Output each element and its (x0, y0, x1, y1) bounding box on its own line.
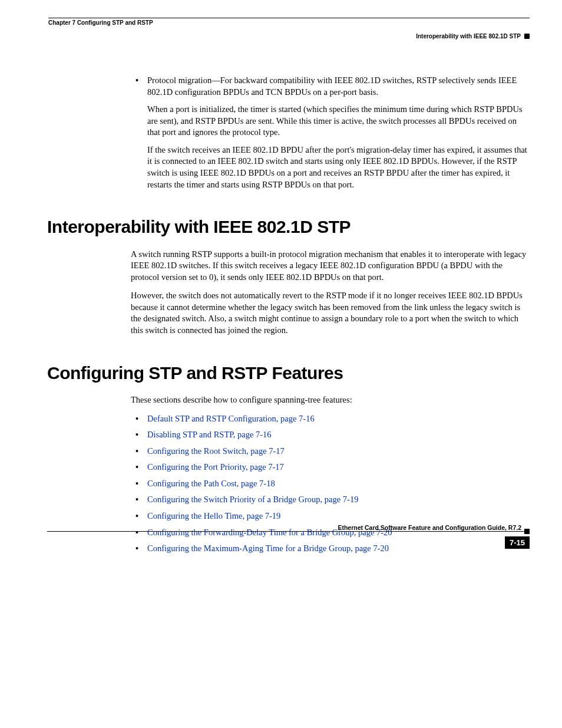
interop-para-2: However, the switch does not automatical… (131, 290, 530, 336)
interop-para-1: A switch running RSTP supports a built-i… (131, 249, 530, 284)
link-port-priority[interactable]: Configuring the Port Priority, page 7-17 (147, 462, 530, 473)
link-hello-time[interactable]: Configuring the Hello Time, page 7-19 (147, 510, 530, 522)
link-root-switch[interactable]: Configuring the Root Switch, page 7-17 (147, 446, 530, 457)
page-number: 7-15 (505, 536, 530, 549)
bullet-icon: • (135, 462, 147, 473)
bullet-icon: • (135, 494, 147, 506)
bullet-icon: • (135, 75, 147, 98)
link-default-config[interactable]: Default STP and RSTP Configuration, page… (147, 413, 530, 425)
link-path-cost[interactable]: Configuring the Path Cost, page 7-18 (147, 478, 530, 490)
header-section-right: Interoperability with IEEE 802.1D STP (416, 33, 521, 39)
footer-marker-icon (524, 529, 530, 534)
config-intro: These sections describe how to configure… (131, 394, 530, 406)
bullet-protocol-migration: Protocol migration—For backward compatib… (147, 75, 530, 98)
chapter-label: Chapter 7 Configuring STP and RSTP (48, 19, 530, 26)
bullet-icon: • (135, 413, 147, 425)
bullet-icon: • (135, 510, 147, 522)
link-max-aging[interactable]: Configuring the Maximum-Aging Time for a… (147, 543, 530, 555)
bullet-icon: • (135, 478, 147, 490)
header-marker-icon (524, 34, 530, 39)
heading-interoperability: Interoperability with IEEE 802.1D STP (47, 215, 530, 239)
bullet-icon: • (135, 446, 147, 457)
para-migration-delay: If the switch receives an IEEE 802.1D BP… (147, 144, 530, 190)
para-port-init: When a port is initialized, the timer is… (147, 104, 530, 139)
bullet-icon: • (135, 429, 147, 441)
link-disabling[interactable]: Disabling STP and RSTP, page 7-16 (147, 429, 530, 441)
footer-guide-title: Ethernet Card Software Feature and Confi… (47, 524, 521, 531)
link-switch-priority[interactable]: Configuring the Switch Priority of a Bri… (147, 494, 530, 506)
bullet-icon: • (135, 543, 147, 555)
heading-configuring: Configuring STP and RSTP Features (47, 361, 530, 386)
